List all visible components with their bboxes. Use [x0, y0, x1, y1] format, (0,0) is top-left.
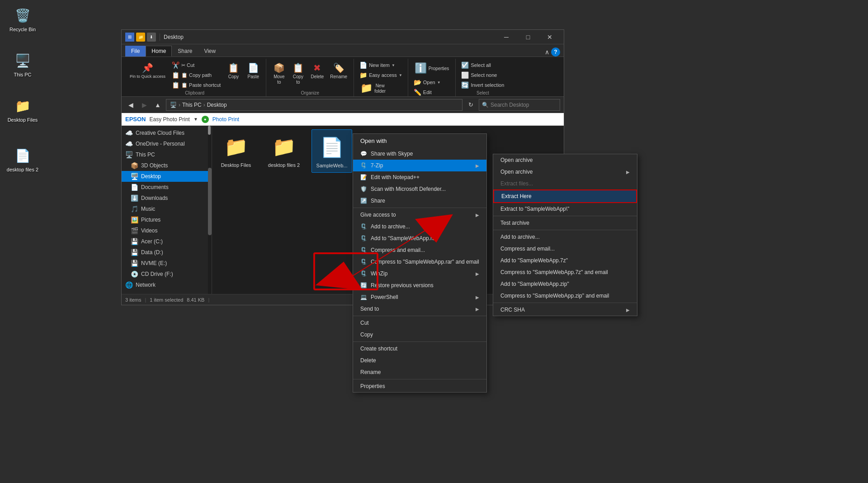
select-none-btn[interactable]: ⬜ Select none — [459, 71, 499, 80]
sub-cm-test-archive[interactable]: Test archive — [493, 217, 637, 229]
copy-path-btn[interactable]: 📋 📋 Copy path — [170, 71, 222, 80]
cm-item-notepad[interactable]: 📝 Edit with Notepad++ — [353, 171, 486, 183]
path-this-pc: This PC — [182, 102, 202, 108]
sidebar-item-acer[interactable]: 💾 Acer (C:) — [122, 236, 212, 247]
paste-btn[interactable]: 📄 Paste — [244, 61, 262, 81]
tab-file[interactable]: File — [125, 46, 146, 57]
desktop-icon-recycle-bin[interactable]: 🗑️ Recycle Bin — [5, 5, 41, 34]
minimize-button[interactable]: ─ — [496, 31, 517, 43]
ribbon-tabs: File Home Share View ∧ ? — [122, 44, 564, 57]
sub-cm-crc-sha[interactable]: CRC SHA ▶ — [493, 304, 637, 316]
copy-btn[interactable]: 📋 Copy — [224, 61, 242, 81]
paste-shortcut-btn[interactable]: 📋 📋 Paste shortcut — [170, 80, 222, 90]
qat-btn-2[interactable]: ⬇ — [147, 33, 156, 42]
cm-item-copy[interactable]: Copy — [353, 329, 486, 341]
sidebar-item-documents[interactable]: 📄 Documents — [122, 182, 212, 193]
sidebar-item-onedrive[interactable]: ☁️ OneDrive - Personal — [122, 138, 212, 149]
select-all-btn[interactable]: ☑️ Select all — [459, 61, 493, 70]
desktop-icon-desktop-files[interactable]: 📁 Desktop Files — [5, 95, 41, 125]
back-btn[interactable]: ◀ — [125, 99, 136, 110]
cut-btn[interactable]: ✂️ ✂ Cut — [170, 61, 222, 70]
scroll-up-indicator — [208, 126, 211, 135]
cm-item-share-skype[interactable]: 💬 Share with Skype — [353, 148, 486, 160]
search-box[interactable]: 🔍 Search Desktop — [479, 99, 560, 111]
sidebar-scrollbar-track — [208, 126, 212, 294]
new-folder-btn[interactable]: 📁 Newfolder — [358, 80, 388, 97]
sidebar-item-data[interactable]: 💾 Data (D:) — [122, 247, 212, 258]
sidebar-item-pictures[interactable]: 🖼️ Pictures — [122, 214, 212, 225]
sidebar-item-this-pc[interactable]: 🖥️ This PC — [122, 149, 212, 160]
file-item-desktop-files[interactable]: 📁 Desktop Files — [216, 129, 256, 173]
easy-access-btn[interactable]: 📁 Easy access ▼ — [358, 71, 404, 80]
cm-item-send-to[interactable]: Send to ▶ — [353, 303, 486, 315]
delete-btn[interactable]: ✖ Delete — [308, 61, 326, 81]
copy-to-btn[interactable]: 📋 Copyto — [289, 61, 307, 87]
cm-item-7zip[interactable]: 🗜️ 7-Zip ▶ — [353, 160, 486, 171]
sub-cm-add-zip[interactable]: Add to "SampleWebApp.zip" — [493, 278, 637, 290]
sub-cm-compress-zip-email[interactable]: Compress to "SampleWebApp.zip" and email — [493, 290, 637, 302]
new-item-btn[interactable]: 📄 New item ▼ — [358, 61, 397, 70]
sub-cm-open-archive-1[interactable]: Open archive — [493, 154, 637, 166]
rename-btn[interactable]: 🏷️ Rename — [327, 61, 350, 81]
pin-to-quick-btn[interactable]: 📌 Pin to Quick access — [127, 61, 168, 81]
sub-cm-add-to-archive[interactable]: Add to archive... — [493, 231, 637, 243]
cm-item-compress-email[interactable]: 🗜️ Compress and email... — [353, 244, 486, 256]
cm-item-share[interactable]: ↗️ Share — [353, 195, 486, 207]
cm-item-add-rar[interactable]: 🗜️ Add to "SampleWebApp.rar" — [353, 232, 486, 244]
maximize-button[interactable]: □ — [518, 31, 538, 43]
sidebar-item-downloads[interactable]: ⬇️ Downloads — [122, 193, 212, 204]
invert-selection-btn[interactable]: 🔄 Invert selection — [459, 80, 506, 90]
sub-cm-open-archive-2[interactable]: Open archive ▶ — [493, 166, 637, 178]
sidebar-item-music[interactable]: 🎵 Music — [122, 204, 212, 214]
sub-cm-compress-7z-email[interactable]: Compress to "SampleWebApp.7z" and email — [493, 266, 637, 278]
sidebar-item-desktop[interactable]: 🖥️ Desktop — [122, 171, 212, 182]
move-to-btn[interactable]: 📦 Moveto — [270, 61, 288, 87]
ribbon-collapse-btn[interactable]: ∧ — [545, 48, 549, 56]
qat-btn-1[interactable]: 📁 — [136, 33, 145, 42]
sidebar-item-creative-cloud[interactable]: ☁️ Creative Cloud Files — [122, 128, 212, 138]
edit-btn[interactable]: ✏️ Edit — [412, 88, 434, 97]
tab-share[interactable]: Share — [172, 46, 198, 57]
sub-cm-add-7z[interactable]: Add to "SampleWebApp.7z" — [493, 255, 637, 266]
up-btn[interactable]: ▲ — [152, 99, 163, 110]
cm-item-rename[interactable]: Rename — [353, 366, 486, 378]
tab-home[interactable]: Home — [146, 46, 172, 57]
cm-item-give-access[interactable]: Give access to ▶ — [353, 209, 486, 221]
address-path[interactable]: 🖥️ › This PC › Desktop — [166, 99, 462, 111]
help-btn[interactable]: ? — [551, 47, 560, 57]
file-item-desktop-files-2[interactable]: 📁 desktop files 2 — [264, 129, 304, 173]
cm-item-powershell[interactable]: 💻 PowerShell ▶ — [353, 291, 486, 303]
sidebar-item-cd-drive[interactable]: 💿 CD Drive (F:) — [122, 269, 212, 279]
properties-btn[interactable]: ℹ️ Properties — [412, 61, 452, 77]
sub-sep-2 — [493, 230, 637, 230]
open-btn[interactable]: 📂 Open ▼ — [412, 78, 443, 87]
sidebar-item-nvme[interactable]: 💾 NVME (E:) — [122, 258, 212, 269]
cm-item-winzip[interactable]: 🗜️ WinZip ▶ — [353, 268, 486, 279]
sidebar-item-videos[interactable]: 🎬 Videos — [122, 225, 212, 236]
tab-view[interactable]: View — [198, 46, 222, 57]
close-button[interactable]: ✕ — [539, 31, 560, 43]
cm-item-defender[interactable]: 🛡️ Scan with Microsoft Defender... — [353, 183, 486, 195]
sidebar-item-3d-objects[interactable]: 📦 3D Objects — [122, 160, 212, 171]
sub-cm-extract-to[interactable]: Extract to "SampleWebApp\" — [493, 203, 637, 215]
cm-item-delete[interactable]: Delete — [353, 355, 486, 366]
cm-item-add-archive[interactable]: 🗜️ Add to archive... — [353, 221, 486, 232]
cm-item-cut[interactable]: Cut — [353, 317, 486, 329]
desktop-icon-desktop-files-2[interactable]: 📄 desktop files 2 — [5, 145, 41, 175]
sidebar-item-network[interactable]: 🌐 Network — [122, 279, 212, 290]
open-group: ℹ️ Properties 📂 Open ▼ ✏️ Edit 🕐 His — [408, 59, 456, 96]
epson-link[interactable]: Photo Print — [212, 116, 239, 123]
forward-btn[interactable]: ▶ — [139, 99, 150, 110]
cm-item-properties[interactable]: Properties — [353, 380, 486, 392]
sub-cm-compress-email[interactable]: Compress and email... — [493, 243, 637, 255]
sub-cm-extract-here[interactable]: Extract Here — [493, 189, 637, 203]
sidebar-scrollbar-thumb[interactable] — [208, 168, 212, 235]
file-item-sampleweb[interactable]: 📄 SampleWeb... — [311, 129, 352, 173]
cm-item-create-shortcut[interactable]: Create shortcut — [353, 343, 486, 355]
clipboard-group: 📌 Pin to Quick access ✂️ ✂ Cut 📋 📋 Copy … — [123, 59, 266, 96]
desktop-icon-this-pc[interactable]: 🖥️ This PC — [5, 50, 41, 80]
refresh-btn[interactable]: ↻ — [465, 99, 476, 110]
windows-btn[interactable]: ⊞ — [125, 33, 134, 42]
cm-item-compress-rar-email[interactable]: 🗜️ Compress to "SampleWebApp.rar" and em… — [353, 256, 486, 268]
cm-item-restore-prev[interactable]: 🔄 Restore previous versions — [353, 279, 486, 291]
